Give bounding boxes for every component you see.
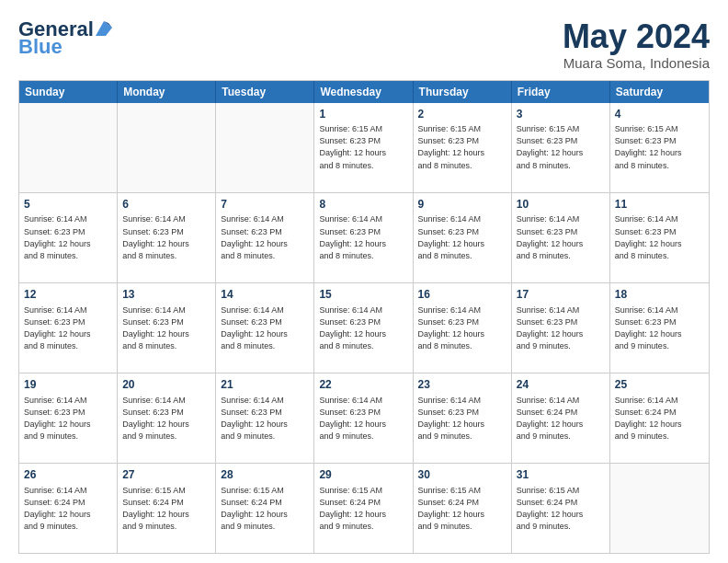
calendar-cell: 2Sunrise: 6:15 AMSunset: 6:23 PMDaylight…: [414, 103, 512, 192]
calendar-cell: 23Sunrise: 6:14 AMSunset: 6:23 PMDayligh…: [414, 373, 512, 463]
calendar-cell: 3Sunrise: 6:15 AMSunset: 6:23 PMDaylight…: [512, 103, 610, 192]
day-number: 10: [517, 197, 605, 213]
day-info: Sunrise: 6:15 AMSunset: 6:24 PMDaylight:…: [517, 485, 605, 533]
day-number: 2: [418, 107, 506, 122]
day-info: Sunrise: 6:15 AMSunset: 6:23 PMDaylight:…: [615, 123, 704, 171]
day-number: 7: [221, 197, 309, 213]
calendar-cell: 1Sunrise: 6:15 AMSunset: 6:23 PMDaylight…: [314, 103, 413, 192]
calendar-cell: 28Sunrise: 6:15 AMSunset: 6:24 PMDayligh…: [216, 464, 314, 553]
logo: General Blue: [18, 18, 112, 57]
calendar-week-1: 1Sunrise: 6:15 AMSunset: 6:23 PMDaylight…: [19, 103, 709, 193]
day-info: Sunrise: 6:14 AMSunset: 6:23 PMDaylight:…: [615, 304, 704, 352]
logo-bird-icon: [96, 19, 112, 36]
day-info: Sunrise: 6:14 AMSunset: 6:23 PMDaylight:…: [319, 213, 407, 261]
calendar-cell: 11Sunrise: 6:14 AMSunset: 6:23 PMDayligh…: [610, 193, 709, 282]
header: General Blue May 2024 Muara Soma, Indone…: [18, 18, 710, 71]
day-info: Sunrise: 6:15 AMSunset: 6:23 PMDaylight:…: [319, 123, 407, 171]
day-number: 16: [418, 287, 506, 303]
day-number: 20: [122, 377, 210, 393]
header-cell-friday: Friday: [512, 81, 610, 103]
day-info: Sunrise: 6:14 AMSunset: 6:23 PMDaylight:…: [24, 213, 112, 261]
header-cell-monday: Monday: [118, 81, 216, 103]
day-number: 3: [517, 107, 605, 122]
calendar-cell: 8Sunrise: 6:14 AMSunset: 6:23 PMDaylight…: [314, 193, 413, 282]
day-number: 18: [615, 287, 704, 303]
calendar-cell: 16Sunrise: 6:14 AMSunset: 6:23 PMDayligh…: [414, 283, 512, 373]
page: General Blue May 2024 Muara Soma, Indone…: [0, 0, 728, 563]
day-info: Sunrise: 6:14 AMSunset: 6:23 PMDaylight:…: [319, 304, 407, 352]
day-number: 30: [418, 467, 506, 483]
day-info: Sunrise: 6:14 AMSunset: 6:24 PMDaylight:…: [517, 395, 605, 442]
day-info: Sunrise: 6:15 AMSunset: 6:24 PMDaylight:…: [221, 485, 309, 533]
calendar-cell: 9Sunrise: 6:14 AMSunset: 6:23 PMDaylight…: [414, 193, 512, 282]
calendar-cell: 6Sunrise: 6:14 AMSunset: 6:23 PMDaylight…: [118, 193, 216, 282]
day-info: Sunrise: 6:14 AMSunset: 6:23 PMDaylight:…: [221, 213, 309, 261]
calendar-cell: [216, 103, 314, 192]
calendar-cell: 17Sunrise: 6:14 AMSunset: 6:23 PMDayligh…: [512, 283, 610, 373]
calendar-cell: 7Sunrise: 6:14 AMSunset: 6:23 PMDaylight…: [216, 193, 314, 282]
calendar-cell: 10Sunrise: 6:14 AMSunset: 6:23 PMDayligh…: [512, 193, 610, 282]
day-number: 26: [24, 467, 112, 483]
header-cell-saturday: Saturday: [610, 81, 709, 103]
day-info: Sunrise: 6:14 AMSunset: 6:23 PMDaylight:…: [24, 395, 112, 442]
day-number: 31: [517, 467, 605, 483]
svg-marker-0: [96, 21, 112, 36]
calendar-week-5: 26Sunrise: 6:14 AMSunset: 6:24 PMDayligh…: [19, 464, 709, 553]
day-number: 19: [24, 377, 112, 393]
header-cell-thursday: Thursday: [414, 81, 512, 103]
calendar-cell: 15Sunrise: 6:14 AMSunset: 6:23 PMDayligh…: [314, 283, 413, 373]
logo-blue: Blue: [18, 36, 112, 57]
day-number: 27: [122, 467, 210, 483]
header-cell-tuesday: Tuesday: [216, 81, 314, 103]
day-number: 25: [615, 377, 704, 393]
header-cell-sunday: Sunday: [19, 81, 118, 103]
calendar-cell: 12Sunrise: 6:14 AMSunset: 6:23 PMDayligh…: [19, 283, 118, 373]
calendar-cell: 18Sunrise: 6:14 AMSunset: 6:23 PMDayligh…: [610, 283, 709, 373]
calendar-cell: 13Sunrise: 6:14 AMSunset: 6:23 PMDayligh…: [118, 283, 216, 373]
day-info: Sunrise: 6:14 AMSunset: 6:23 PMDaylight:…: [221, 304, 309, 352]
day-info: Sunrise: 6:15 AMSunset: 6:23 PMDaylight:…: [418, 123, 506, 171]
calendar-week-3: 12Sunrise: 6:14 AMSunset: 6:23 PMDayligh…: [19, 283, 709, 373]
day-info: Sunrise: 6:14 AMSunset: 6:23 PMDaylight:…: [418, 304, 506, 352]
day-info: Sunrise: 6:14 AMSunset: 6:23 PMDaylight:…: [615, 213, 704, 261]
day-number: 11: [615, 197, 704, 213]
calendar-cell: 29Sunrise: 6:15 AMSunset: 6:24 PMDayligh…: [314, 464, 413, 553]
calendar-cell: 22Sunrise: 6:14 AMSunset: 6:23 PMDayligh…: [314, 373, 413, 463]
day-info: Sunrise: 6:14 AMSunset: 6:23 PMDaylight:…: [517, 304, 605, 352]
calendar-cell: 27Sunrise: 6:15 AMSunset: 6:24 PMDayligh…: [118, 464, 216, 553]
day-info: Sunrise: 6:14 AMSunset: 6:23 PMDaylight:…: [122, 395, 210, 442]
day-info: Sunrise: 6:14 AMSunset: 6:23 PMDaylight:…: [122, 304, 210, 352]
calendar-cell: 20Sunrise: 6:14 AMSunset: 6:23 PMDayligh…: [118, 373, 216, 463]
calendar-cell: 14Sunrise: 6:14 AMSunset: 6:23 PMDayligh…: [216, 283, 314, 373]
day-info: Sunrise: 6:14 AMSunset: 6:24 PMDaylight:…: [615, 395, 704, 442]
day-info: Sunrise: 6:14 AMSunset: 6:23 PMDaylight:…: [319, 395, 407, 442]
month-title: May 2024: [563, 18, 710, 55]
day-info: Sunrise: 6:14 AMSunset: 6:23 PMDaylight:…: [221, 395, 309, 442]
day-number: 21: [221, 377, 309, 393]
day-number: 6: [122, 197, 210, 213]
calendar-cell: 19Sunrise: 6:14 AMSunset: 6:23 PMDayligh…: [19, 373, 118, 463]
calendar-cell: 25Sunrise: 6:14 AMSunset: 6:24 PMDayligh…: [610, 373, 709, 463]
day-number: 4: [615, 107, 704, 122]
day-number: 8: [319, 197, 407, 213]
day-number: 15: [319, 287, 407, 303]
calendar-week-2: 5Sunrise: 6:14 AMSunset: 6:23 PMDaylight…: [19, 193, 709, 283]
day-number: 5: [24, 197, 112, 213]
day-info: Sunrise: 6:14 AMSunset: 6:24 PMDaylight:…: [24, 485, 112, 533]
day-number: 17: [517, 287, 605, 303]
calendar: SundayMondayTuesdayWednesdayThursdayFrid…: [18, 80, 710, 554]
calendar-cell: 30Sunrise: 6:15 AMSunset: 6:24 PMDayligh…: [414, 464, 512, 553]
calendar-cell: 24Sunrise: 6:14 AMSunset: 6:24 PMDayligh…: [512, 373, 610, 463]
day-number: 9: [418, 197, 506, 213]
day-number: 13: [122, 287, 210, 303]
calendar-cell: [19, 103, 118, 192]
day-info: Sunrise: 6:14 AMSunset: 6:23 PMDaylight:…: [418, 213, 506, 261]
day-info: Sunrise: 6:15 AMSunset: 6:24 PMDaylight:…: [319, 485, 407, 533]
day-number: 28: [221, 467, 309, 483]
day-info: Sunrise: 6:15 AMSunset: 6:24 PMDaylight:…: [418, 485, 506, 533]
day-info: Sunrise: 6:14 AMSunset: 6:23 PMDaylight:…: [418, 395, 506, 442]
calendar-week-4: 19Sunrise: 6:14 AMSunset: 6:23 PMDayligh…: [19, 373, 709, 464]
calendar-cell: 4Sunrise: 6:15 AMSunset: 6:23 PMDaylight…: [610, 103, 709, 192]
calendar-cell: [118, 103, 216, 192]
title-area: May 2024 Muara Soma, Indonesia: [563, 18, 710, 71]
